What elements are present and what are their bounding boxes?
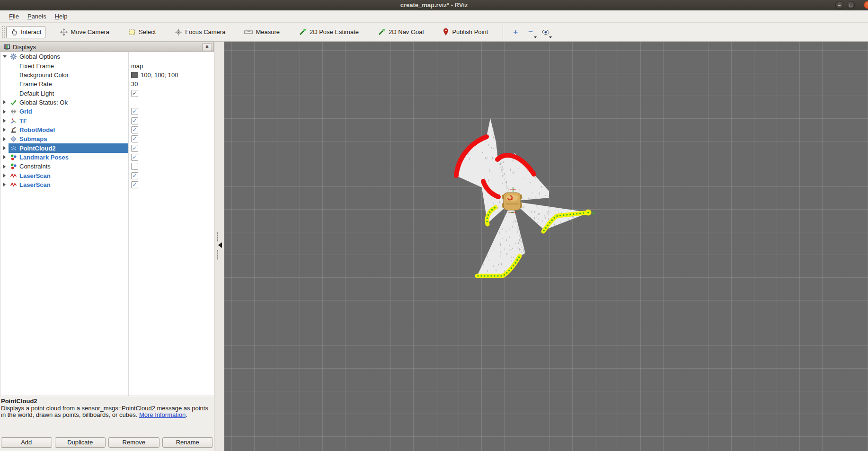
tree-row-robotmodel[interactable]: RobotModel✓	[0, 125, 214, 134]
pointcloud-speckle	[487, 157, 487, 159]
expand-arrow-icon[interactable]	[0, 110, 9, 114]
checkbox-checked[interactable]: ✓	[131, 135, 138, 142]
tree-row-submaps[interactable]: Submaps✓	[0, 134, 214, 143]
expand-arrow-icon[interactable]	[0, 155, 9, 159]
menu-item-help[interactable]: Help	[51, 11, 72, 21]
checkbox-checked[interactable]: ✓	[131, 126, 138, 133]
tool-publish-point[interactable]: Publish Point	[438, 26, 492, 38]
tool-focus-camera[interactable]: Focus Camera	[170, 26, 230, 38]
row-body[interactable]: TF	[9, 116, 128, 125]
checkbox-checked[interactable]: ✓	[131, 108, 138, 115]
tree-row-background-color[interactable]: Background Color100; 100; 100	[0, 71, 214, 80]
window-titlebar[interactable]: create_map.rviz* - RViz – □	[0, 0, 868, 10]
row-body[interactable]: PointCloud2	[9, 143, 128, 152]
row-body[interactable]: Global Options	[9, 52, 128, 61]
add-button[interactable]: Add	[1, 437, 52, 448]
row-value[interactable]: ✓	[131, 88, 138, 97]
remove-button[interactable]: Remove	[108, 437, 159, 448]
row-value[interactable]: ✓	[131, 134, 138, 143]
row-value[interactable]: map	[131, 61, 143, 70]
value-text[interactable]: 30	[131, 80, 138, 88]
row-body[interactable]: Landmark Poses	[9, 153, 128, 162]
row-body[interactable]: LaserScan	[9, 171, 128, 180]
tree-row-landmark-poses[interactable]: Landmark Poses✓	[0, 153, 214, 162]
value-text[interactable]: map	[131, 62, 143, 70]
row-value[interactable]: ✓	[131, 153, 138, 162]
tool-2d-nav-goal[interactable]: 2D Nav Goal	[373, 26, 428, 38]
value-text[interactable]: 100; 100; 100	[141, 71, 178, 79]
splitter-collapse-icon[interactable]	[218, 242, 222, 248]
add-tool-button[interactable]: +	[509, 26, 522, 39]
tree-row-frame-rate[interactable]: Frame Rate30	[0, 80, 214, 88]
expand-arrow-icon[interactable]	[0, 174, 9, 177]
tree-row-tf[interactable]: TF✓	[0, 116, 214, 125]
color-swatch[interactable]	[131, 72, 138, 78]
row-value[interactable]: ✓	[131, 107, 138, 116]
tree-row-default-light[interactable]: Default Light✓	[0, 88, 214, 97]
row-body[interactable]: RobotModel	[9, 125, 128, 134]
rviz-window: create_map.rviz* - RViz – □ FilePanelsHe…	[0, 0, 868, 451]
tree-row-laserscan[interactable]: LaserScan✓	[0, 171, 214, 180]
tool-select[interactable]: Select	[124, 26, 160, 38]
row-body[interactable]: Fixed Frame	[9, 61, 128, 70]
pointcloud-speckle	[504, 168, 504, 169]
tree-row-global-status-ok[interactable]: Global Status: Ok	[0, 98, 214, 107]
eye-icon[interactable]	[539, 26, 552, 39]
row-body[interactable]: LaserScan	[9, 180, 128, 189]
row-value[interactable]: 100; 100; 100	[131, 71, 178, 80]
expand-arrow-icon[interactable]	[0, 128, 9, 132]
checkbox-checked[interactable]: ✓	[131, 90, 138, 97]
tool-measure[interactable]: Measure	[240, 26, 284, 38]
tool-move-camera[interactable]: Move Camera	[56, 26, 114, 38]
row-body[interactable]: Submaps	[9, 134, 128, 143]
tree-row-laserscan[interactable]: LaserScan✓	[0, 180, 214, 189]
expand-arrow-icon[interactable]	[0, 119, 9, 123]
checkbox-checked[interactable]: ✓	[131, 181, 138, 188]
row-value[interactable]: ✓	[131, 171, 138, 180]
row-value[interactable]	[131, 162, 138, 171]
menu-item-file[interactable]: File	[5, 11, 23, 21]
menu-item-panels[interactable]: Panels	[23, 11, 51, 21]
row-value[interactable]: ✓	[131, 180, 138, 189]
expand-arrow-open-icon[interactable]	[0, 55, 9, 58]
duplicate-button[interactable]: Duplicate	[55, 437, 106, 448]
toolbar-drag-handle[interactable]	[1, 26, 5, 39]
panel-close-icon[interactable]: ✖	[202, 43, 212, 51]
3d-viewport[interactable]	[224, 42, 868, 451]
minimize-button[interactable]: –	[835, 1, 843, 9]
more-information-link[interactable]: More Information	[139, 411, 186, 418]
row-body[interactable]: Constraints	[9, 162, 128, 171]
row-value[interactable]: ✓	[131, 125, 138, 134]
tool-interact[interactable]: Interact	[6, 26, 45, 38]
panel-splitter[interactable]	[214, 42, 224, 451]
row-body[interactable]: Background Color	[9, 71, 128, 80]
row-body[interactable]: Frame Rate	[9, 80, 128, 88]
rename-button[interactable]: Rename	[162, 437, 213, 448]
expand-arrow-icon[interactable]	[0, 146, 9, 150]
checkbox-checked[interactable]: ✓	[131, 154, 138, 161]
tree-row-fixed-frame[interactable]: Fixed Framemap	[0, 61, 214, 70]
checkbox-checked[interactable]: ✓	[131, 145, 138, 152]
expand-arrow-icon[interactable]	[0, 165, 9, 168]
row-body[interactable]: Grid	[9, 107, 128, 116]
row-body[interactable]: Global Status: Ok	[9, 98, 128, 107]
row-label: PointCloud2	[19, 145, 56, 152]
expand-arrow-icon[interactable]	[0, 183, 9, 186]
checkbox-checked[interactable]: ✓	[131, 117, 138, 124]
displays-panel-header[interactable]: Displays ✖	[0, 42, 214, 52]
maximize-button[interactable]: □	[847, 1, 855, 9]
row-body[interactable]: Default Light	[9, 88, 128, 97]
row-value[interactable]: 30	[131, 80, 138, 88]
remove-tool-button[interactable]: −	[524, 26, 537, 39]
row-value[interactable]: ✓	[131, 116, 138, 125]
tree-row-constraints[interactable]: Constraints	[0, 162, 214, 171]
expand-arrow-icon[interactable]	[0, 137, 9, 141]
tree-row-grid[interactable]: Grid✓	[0, 107, 214, 116]
tree-row-pointcloud2[interactable]: PointCloud2✓	[0, 143, 214, 152]
expand-arrow-icon[interactable]	[0, 100, 9, 104]
tree-row-global-options[interactable]: Global Options	[0, 52, 214, 61]
tool-2d-pose-estimate[interactable]: 2D Pose Estimate	[294, 26, 363, 38]
row-value[interactable]: ✓	[131, 143, 138, 152]
checkbox-checked[interactable]: ✓	[131, 172, 138, 179]
checkbox-unchecked[interactable]	[131, 163, 138, 170]
